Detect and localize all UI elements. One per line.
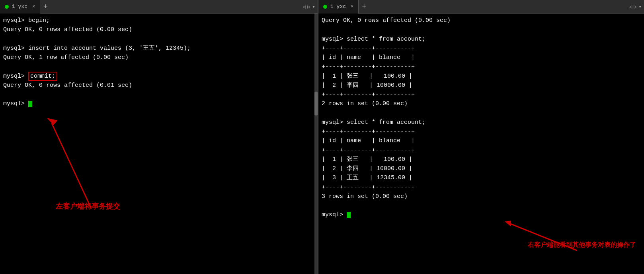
tab-right-add[interactable]: + (359, 0, 369, 14)
right-line-0: Query OK, 0 rows affected (0.00 sec) (322, 16, 641, 25)
left-scrollbar[interactable] (314, 14, 318, 274)
tab-right-label: 1 yxc (330, 4, 346, 10)
right-table1-top: +----+--------+----------+ (322, 44, 641, 53)
left-line-2: Query OK, 0 rows affected (0.00 sec) (3, 25, 314, 34)
right-table1-row1: | 1 | 张三 | 100.00 | (322, 72, 641, 81)
left-line-7: mysql> commit; (3, 72, 314, 81)
right-table2-row3: | 3 | 王五 | 12345.00 | (322, 173, 641, 182)
right-line-1: mysql> select * from account; (322, 35, 641, 44)
tab-left[interactable]: 1 yxc × (0, 0, 40, 14)
right-prompt: mysql> (322, 210, 641, 219)
right-line-3: mysql> select * from account; (322, 118, 641, 127)
tab-right-arrows: ◁ ▷ ▾ (629, 4, 644, 10)
right-table1-row2: | 2 | 李四 | 10000.00 | (322, 81, 641, 90)
right-table2-bottom: +----+--------+----------+ (322, 183, 641, 192)
right-terminal[interactable]: Query OK, 0 rows affected (0.00 sec) mys… (318, 14, 644, 274)
right-line-2rows: 2 rows in set (0.00 sec) (322, 99, 641, 108)
right-table2-row2: | 2 | 李四 | 10000.00 | (322, 164, 641, 173)
left-line-1: mysql> begin; (3, 16, 314, 25)
left-line-4: mysql> insert into account values (3, '王… (3, 44, 314, 53)
menu-right-icon[interactable]: ▾ (638, 4, 642, 10)
right-table2-row1: | 1 | 张三 | 100.00 | (322, 155, 641, 164)
right-annotation: 右客户端能看到其他事务对表的操作了 (528, 240, 636, 250)
left-line-8: Query OK, 0 rows affected (0.01 sec) (3, 81, 314, 90)
arrow-left-icon[interactable]: ◁ (303, 4, 306, 10)
right-cursor (347, 212, 351, 218)
content-area: mysql> begin; Query OK, 0 rows affected … (0, 14, 644, 274)
right-blank2 (322, 109, 641, 118)
tab-bar: 1 yxc × + ◁ ▷ ▾ 1 yxc × + ◁ ▷ ▾ (0, 0, 644, 14)
tab-bar-left: 1 yxc × + ◁ ▷ ▾ (0, 0, 318, 14)
tab-left-close[interactable]: × (32, 4, 35, 10)
left-line-6 (3, 62, 314, 71)
right-table1-bottom: +----+--------+----------+ (322, 90, 641, 99)
tab-left-dot (5, 5, 9, 9)
right-3rows: 3 rows in set (0.00 sec) (322, 192, 641, 201)
tab-right-dot (323, 5, 327, 9)
left-line-3 (3, 35, 314, 44)
commit-highlight: commit; (28, 72, 57, 81)
tab-left-add[interactable]: + (40, 0, 51, 14)
arrow-right-left-icon[interactable]: ◁ (629, 4, 632, 10)
tab-left-label: 1 yxc (12, 4, 27, 10)
left-line-10: mysql> (3, 99, 314, 108)
tab-left-arrows: ◁ ▷ ▾ (303, 4, 318, 10)
tab-bar-right: 1 yxc × + ◁ ▷ ▾ (318, 0, 644, 14)
left-annotation: 左客户端将事务提交 (56, 201, 120, 212)
left-terminal[interactable]: mysql> begin; Query OK, 0 rows affected … (0, 14, 318, 274)
svg-marker-1 (47, 118, 58, 125)
arrow-right-right-icon[interactable]: ▷ (634, 4, 637, 10)
left-line-5: Query OK, 1 row affected (0.00 sec) (3, 53, 314, 62)
left-line-9 (3, 90, 314, 99)
right-line-blank1 (322, 25, 641, 34)
right-blank3 (322, 201, 641, 210)
right-table2-header: | id | name | blance | (322, 136, 641, 145)
right-table1-header: | id | name | blance | (322, 53, 641, 62)
svg-line-0 (52, 123, 92, 208)
right-table1-sep: +----+--------+----------+ (322, 62, 641, 71)
arrow-right-icon[interactable]: ▷ (307, 4, 310, 10)
right-table2-top: +----+--------+----------+ (322, 127, 641, 136)
menu-icon[interactable]: ▾ (312, 4, 315, 10)
left-cursor (28, 101, 32, 107)
tab-right[interactable]: 1 yxc × (318, 0, 359, 14)
svg-marker-3 (505, 221, 511, 227)
right-table2-sep: +----+--------+----------+ (322, 146, 641, 155)
tab-right-close[interactable]: × (351, 4, 353, 10)
left-scrollbar-thumb[interactable] (314, 92, 318, 115)
